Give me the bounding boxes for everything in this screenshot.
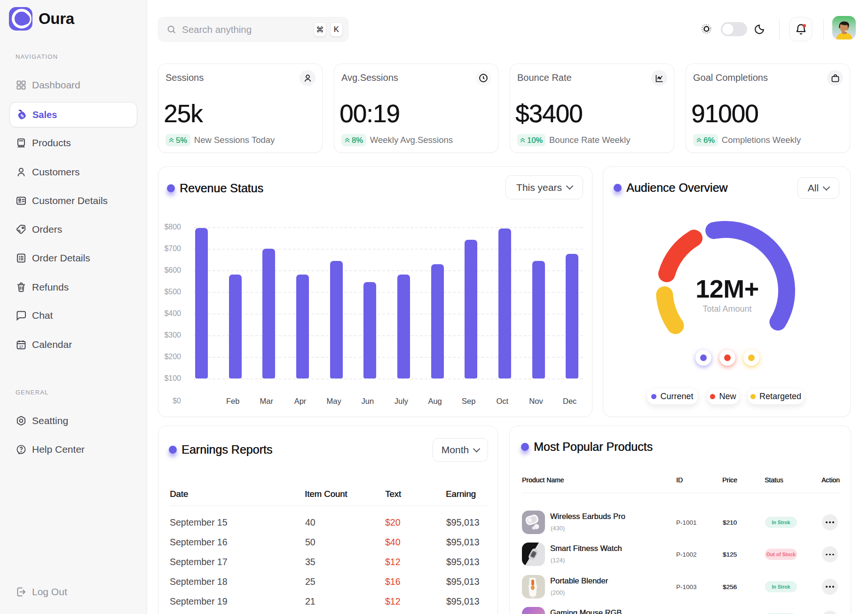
svg-text:17: 17 [19, 345, 23, 349]
